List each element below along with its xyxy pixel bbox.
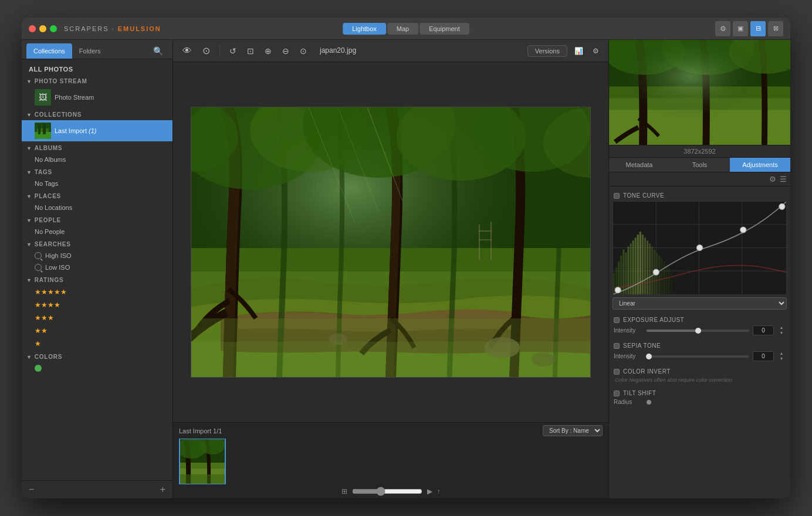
tab-tools[interactable]: Tools: [669, 158, 730, 172]
sepia-value-input[interactable]: 0: [753, 351, 774, 361]
sidebar-item-low-iso[interactable]: Low ISO: [22, 262, 172, 273]
tags-header[interactable]: ▼ TAGS: [22, 167, 172, 178]
tilt-shift-checkbox[interactable]: [614, 391, 620, 396]
color-invert-label-text: COLOR INVERT: [623, 368, 671, 375]
settings-icon-button[interactable]: ⚙: [589, 45, 603, 57]
zoom-out-button[interactable]: ⊖: [279, 44, 293, 58]
close-button[interactable]: [29, 25, 36, 32]
grid-view-icon-button[interactable]: ⊞: [341, 487, 347, 495]
svg-rect-32: [180, 474, 226, 484]
tilt-shift-label[interactable]: TILT SHIFT: [613, 388, 787, 398]
color-invert-checkbox[interactable]: [614, 369, 620, 375]
svg-rect-23: [479, 230, 492, 232]
tab-map[interactable]: Map: [387, 23, 418, 35]
searches-header[interactable]: ▼ SEARCHES: [22, 239, 172, 250]
sidebar-item-rating-1[interactable]: ★: [22, 337, 172, 350]
tab-equipment[interactable]: Equipment: [419, 23, 469, 35]
sidebar-item-last-import[interactable]: Last Import (1): [22, 120, 172, 141]
view-mode-single[interactable]: ▣: [733, 21, 748, 36]
tab-lightbox[interactable]: Lightbox: [343, 23, 386, 35]
albums-section: ▼ ALBUMS No Albums: [22, 142, 172, 165]
sepia-slider[interactable]: [647, 355, 749, 358]
people-header[interactable]: ▼ PEOPLE: [22, 215, 172, 226]
sidebar-item-rating-5[interactable]: ★★★★★: [22, 286, 172, 298]
remove-button[interactable]: −: [29, 484, 34, 495]
svg-rect-68: [663, 262, 665, 294]
exposure-adjust-section: EXPOSURE ADJUST Intensity 0 ▲ ▼: [613, 314, 787, 337]
tab-adjustments[interactable]: Adjustments: [730, 158, 790, 172]
sidebar-item-no-tags[interactable]: No Tags: [22, 178, 172, 189]
photo-stream-header[interactable]: ▼ PHOTO STREAM: [22, 76, 172, 87]
tab-metadata[interactable]: Metadata: [609, 158, 669, 172]
curve-type-selector[interactable]: Linear: [613, 297, 787, 310]
curve-point-5[interactable]: [779, 203, 785, 209]
stepper-up-icon[interactable]: ▲: [777, 325, 786, 330]
eye-icon-button[interactable]: 👁: [179, 43, 195, 59]
exposure-checkbox[interactable]: [614, 317, 620, 323]
share-icon-button[interactable]: ↑: [437, 487, 441, 495]
size-slider[interactable]: [352, 487, 422, 496]
sidebar-item-rating-3[interactable]: ★★★: [22, 311, 172, 324]
filmstrip-thumb-1[interactable]: [179, 439, 226, 484]
sidebar-item-rating-4[interactable]: ★★★★: [22, 298, 172, 311]
curve-point-4[interactable]: [740, 227, 746, 233]
tab-collections[interactable]: Collections: [26, 43, 72, 59]
albums-header[interactable]: ▼ ALBUMS: [22, 142, 172, 154]
exposure-adjust-label[interactable]: EXPOSURE ADJUST: [613, 314, 787, 324]
filmstrip-content: [173, 439, 608, 484]
view-mode-grid[interactable]: ⊟: [750, 21, 766, 36]
rotate-button[interactable]: ↺: [226, 44, 240, 58]
settings-icon-button[interactable]: ⚙: [715, 21, 730, 36]
crop-button[interactable]: ⊡: [243, 44, 258, 58]
all-photos-item[interactable]: ALL PHOTOS: [22, 63, 172, 76]
places-header[interactable]: ▼ PLACES: [22, 191, 172, 202]
radius-dot[interactable]: [647, 400, 651, 405]
color-invert-label[interactable]: COLOR INVERT: [613, 366, 787, 376]
svg-rect-58: [640, 232, 641, 294]
add-button[interactable]: +: [160, 484, 165, 495]
exposure-value-input[interactable]: 0: [753, 325, 774, 335]
maximize-button[interactable]: [50, 25, 57, 32]
minimize-button[interactable]: [39, 25, 46, 32]
sidebar-item-rating-2[interactable]: ★★: [22, 324, 172, 337]
chevron-down-icon: ▼: [26, 193, 32, 199]
target-icon-button[interactable]: ⊙: [199, 43, 214, 59]
curve-point-2[interactable]: [653, 269, 659, 275]
sepia-checkbox[interactable]: [614, 343, 620, 349]
sepia-stepper[interactable]: ▲ ▼: [777, 351, 786, 361]
curve-point-3[interactable]: [696, 245, 702, 250]
exposure-stepper[interactable]: ▲ ▼: [777, 325, 786, 335]
traffic-lights: [29, 25, 57, 32]
fit-button[interactable]: ⊙: [296, 44, 310, 58]
settings-icon-button[interactable]: ⚙: [769, 175, 776, 184]
list-icon-button[interactable]: ☰: [780, 175, 787, 184]
versions-button[interactable]: Versions: [527, 45, 567, 57]
sepia-tone-label[interactable]: SEPIA TONE: [613, 340, 787, 350]
colors-header[interactable]: ▼ COLORS: [22, 351, 172, 362]
tone-curve-checkbox[interactable]: [614, 193, 620, 199]
svg-rect-69: [666, 264, 668, 294]
stepper-up-icon[interactable]: ▲: [777, 351, 786, 356]
sort-selector[interactable]: Sort By : Name: [543, 425, 603, 436]
sidebar-item-no-albums[interactable]: No Albums: [22, 154, 172, 165]
sidebar-item-color-green[interactable]: [22, 362, 172, 374]
stepper-down-icon[interactable]: ▼: [777, 331, 786, 335]
collections-header[interactable]: ▼ COLLECTIONS: [22, 109, 172, 120]
tab-folders[interactable]: Folders: [72, 43, 108, 59]
ratings-header[interactable]: ▼ RATINGS: [22, 274, 172, 286]
histogram-icon-button[interactable]: 📊: [571, 45, 587, 57]
sidebar-item-photo-stream[interactable]: 🖼 Photo Stream: [22, 87, 172, 108]
stepper-down-icon[interactable]: ▼: [777, 357, 786, 361]
search-icon: [35, 252, 42, 259]
exposure-slider[interactable]: [647, 330, 749, 332]
sidebar-item-no-locations[interactable]: No Locations: [22, 202, 172, 213]
zoom-in-button[interactable]: ⊕: [261, 44, 275, 58]
svg-rect-51: [622, 250, 624, 294]
play-icon-button[interactable]: ▶: [427, 487, 432, 495]
sidebar-item-high-iso[interactable]: High ISO: [22, 250, 172, 262]
curve-point-1[interactable]: [615, 287, 621, 293]
view-mode-filmstrip[interactable]: ⊠: [768, 21, 783, 36]
sidebar-item-no-people[interactable]: No People: [22, 226, 172, 237]
search-button[interactable]: 🔍: [148, 43, 168, 59]
tone-curve-header[interactable]: TONE CURVE: [613, 190, 787, 201]
